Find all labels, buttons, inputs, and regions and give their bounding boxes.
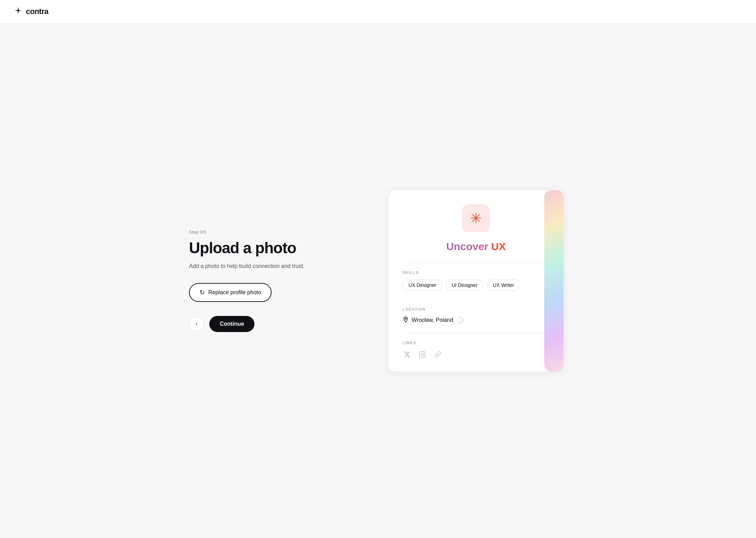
card-decoration <box>544 190 564 372</box>
avatar-symbol: ✳ <box>470 210 482 226</box>
page-title: Upload a photo <box>189 240 357 256</box>
svg-rect-1 <box>420 351 426 357</box>
profile-name-part2: UX <box>491 241 506 252</box>
replace-photo-label: Replace profile photo <box>208 289 261 296</box>
logo: contra <box>14 6 48 17</box>
skill-tag-ux-designer: UX Designer <box>402 280 442 291</box>
right-panel: ✳ Uncover UX SKILLS UX Designer UI Desig… <box>385 190 567 372</box>
location-section-label: LOCATION <box>402 307 550 311</box>
profile-card: ✳ Uncover UX SKILLS UX Designer UI Desig… <box>388 190 564 372</box>
skills-section-label: SKILLS <box>402 270 550 275</box>
avatar: ✳ <box>462 204 490 232</box>
skill-tag-ux-writer: UX Writer <box>487 280 520 291</box>
header: contra <box>0 0 756 23</box>
divider-2 <box>402 299 550 299</box>
left-panel: Step 3/5 Upload a photo Add a photo to h… <box>189 229 357 332</box>
main-content: Step 3/5 Upload a photo Add a photo to h… <box>0 23 756 538</box>
info-icon: i <box>457 317 464 323</box>
location-text: Wrocław, Poland <box>412 317 453 323</box>
avatar-container: ✳ <box>402 204 550 232</box>
profile-name-part1: Uncover <box>446 241 488 252</box>
twitter-x-icon <box>402 350 412 359</box>
location-row: Wrocław, Poland i <box>402 316 550 324</box>
back-button[interactable]: ‹ <box>189 316 204 332</box>
logo-text: contra <box>26 7 48 16</box>
svg-point-3 <box>424 352 425 353</box>
refresh-icon: ↻ <box>200 289 205 296</box>
svg-point-0 <box>405 318 406 319</box>
links-icons-row <box>402 350 550 359</box>
profile-name: Uncover UX <box>402 241 550 253</box>
links-section: LINKS <box>402 341 550 359</box>
instagram-icon <box>418 350 427 359</box>
step-label: Step 3/5 <box>189 229 357 235</box>
location-pin-icon <box>402 316 409 324</box>
divider-1 <box>402 262 550 263</box>
bottom-nav: ‹ Continue <box>189 316 357 332</box>
skill-tag-ui-designer: UI Designer <box>446 280 483 291</box>
page-description: Add a photo to help build connection and… <box>189 262 357 270</box>
skills-row: UX Designer UI Designer UX Writer <box>402 280 550 291</box>
links-section-label: LINKS <box>402 341 550 345</box>
replace-photo-button[interactable]: ↻ Replace profile photo <box>189 283 272 302</box>
svg-point-2 <box>421 353 424 356</box>
continue-button[interactable]: Continue <box>209 316 254 332</box>
back-chevron-icon: ‹ <box>196 321 197 327</box>
link-chain-icon <box>433 350 442 359</box>
logo-icon <box>14 6 22 17</box>
divider-3 <box>402 333 550 333</box>
